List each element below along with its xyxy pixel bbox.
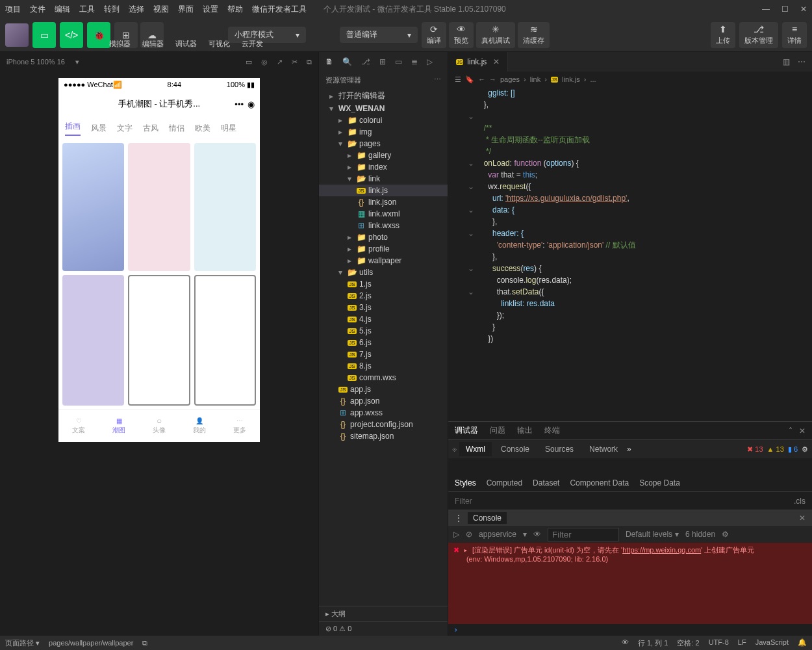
more-tabs-icon[interactable]: »: [627, 445, 631, 454]
box-icon[interactable]: ▭: [395, 57, 402, 66]
bookmark-icon[interactable]: 🔖: [465, 75, 474, 84]
context-select[interactable]: appservice: [479, 530, 516, 539]
details-button[interactable]: ≡详情: [782, 22, 807, 48]
indent[interactable]: 空格: 2: [677, 638, 699, 648]
language[interactable]: JavaScript: [755, 638, 789, 648]
target-icon[interactable]: ◉: [247, 99, 255, 109]
copy-path-icon[interactable]: ⧉: [142, 639, 147, 647]
gear-icon[interactable]: ⚙: [802, 445, 808, 454]
scopedata-tab[interactable]: Scope Data: [639, 478, 680, 488]
file-link-wxss[interactable]: ⊞link.wxss: [319, 220, 448, 231]
section-open-editors[interactable]: ▸打开的编辑器: [319, 89, 448, 103]
menu-view[interactable]: 视图: [153, 4, 169, 15]
minimize-icon[interactable]: —: [762, 5, 770, 14]
file-6js[interactable]: JS6.js: [319, 337, 448, 348]
file-3js[interactable]: JS3.js: [319, 302, 448, 313]
clear-cache-button[interactable]: ≋清缓存: [518, 22, 550, 48]
avatar[interactable]: [5, 23, 29, 47]
panel-close-icon[interactable]: ✕: [799, 426, 806, 436]
tab-star[interactable]: 明星: [221, 123, 236, 134]
hidden-count[interactable]: 6 hidden: [685, 530, 715, 539]
device-label[interactable]: iPhone 5 100% 16: [6, 58, 65, 66]
page-path[interactable]: pages/wallpaper/wallpaper: [49, 639, 133, 647]
folder-pages[interactable]: ▾📂pages: [319, 138, 448, 150]
encoding[interactable]: UTF-8: [709, 638, 729, 648]
nav-chaotu[interactable]: ▦潮图: [112, 417, 125, 435]
file-projectconfig[interactable]: {}project.config.json: [319, 419, 448, 430]
nav-wenan[interactable]: ♡文案: [72, 417, 85, 435]
file-5js[interactable]: JS5.js: [319, 325, 448, 337]
eye-icon[interactable]: 👁: [533, 530, 541, 539]
folder-link[interactable]: ▾📂link: [319, 173, 448, 185]
wallpaper-item[interactable]: [194, 275, 256, 406]
folder-img[interactable]: ▸📁img: [319, 126, 448, 138]
cursor-pos[interactable]: 行 1, 列 1: [638, 638, 668, 648]
tab-debugger[interactable]: 调试器: [455, 425, 478, 436]
more-editor-icon[interactable]: ⋯: [798, 57, 806, 66]
file-link-js[interactable]: JSlink.js: [319, 185, 448, 196]
file-link-wxml[interactable]: ▦link.wxml: [319, 208, 448, 220]
tab-text[interactable]: 文字: [117, 123, 133, 134]
search-icon[interactable]: 🔍: [342, 57, 352, 66]
branch-icon[interactable]: ⎇: [361, 57, 370, 66]
editor-tab-linkjs[interactable]: JS link.js ✕: [448, 52, 508, 72]
version-button[interactable]: ⎇版本管理: [739, 22, 778, 48]
debugger-toggle[interactable]: 🐞: [87, 22, 110, 48]
cls-toggle[interactable]: .cls: [794, 497, 806, 506]
file-commwxs[interactable]: JScomm.wxs: [319, 372, 448, 384]
more-icon[interactable]: ⋯: [434, 75, 441, 85]
simulator-toggle[interactable]: ▭: [32, 22, 56, 48]
folder-gallery[interactable]: ▸📁gallery: [319, 150, 448, 161]
menu-edit[interactable]: 编辑: [55, 4, 70, 15]
file-appjson[interactable]: {}app.json: [319, 395, 448, 407]
folder-utils[interactable]: ▾📂utils: [319, 266, 448, 278]
file-appjs[interactable]: JSapp.js: [319, 384, 448, 395]
file-7js[interactable]: JS7.js: [319, 348, 448, 360]
nav-mine[interactable]: 👤我的: [193, 417, 206, 435]
code-editor[interactable]: ⌄⌄⌄⌄⌄⌄⌄ gglist: [] }, /** * 生命周期函数--监听页面…: [448, 87, 812, 421]
split-icon[interactable]: ▥: [783, 57, 790, 66]
computed-tab[interactable]: Computed: [487, 478, 522, 488]
tab-close-icon[interactable]: ✕: [493, 57, 500, 66]
compile-dropdown[interactable]: 普通编译▾: [340, 27, 418, 43]
preview-button[interactable]: 👁预览: [449, 22, 474, 48]
back-icon[interactable]: ←: [478, 75, 485, 83]
copy-icon[interactable]: ⧉: [307, 58, 312, 66]
menu-project[interactable]: 项目: [5, 4, 21, 15]
menu-file[interactable]: 文件: [30, 4, 45, 15]
nav-avatar[interactable]: ☺头像: [153, 417, 166, 435]
console-drawer-icon[interactable]: ⋮: [455, 514, 463, 523]
eol[interactable]: LF: [738, 638, 746, 648]
ext-icon[interactable]: ⊞: [379, 57, 386, 66]
tab-couple[interactable]: 情侣: [169, 123, 184, 134]
menu-help[interactable]: 帮助: [227, 4, 243, 15]
wallpaper-item[interactable]: [194, 143, 256, 271]
phone-icon[interactable]: ▭: [246, 58, 252, 66]
file-sitemap[interactable]: {}sitemap.json: [319, 430, 448, 442]
wallpaper-item[interactable]: [128, 143, 190, 271]
file-2js[interactable]: JS2.js: [319, 290, 448, 302]
menu-ui[interactable]: 界面: [178, 4, 194, 15]
styles-tab[interactable]: Styles: [455, 478, 476, 488]
console-gear-icon[interactable]: ⚙: [722, 530, 729, 539]
run-icon[interactable]: ▷: [427, 57, 433, 66]
menu-settings[interactable]: 设置: [203, 4, 218, 15]
tab-wxml[interactable]: Wxml: [459, 442, 492, 456]
folder-photo[interactable]: ▸📁photo: [319, 231, 448, 243]
menu-goto[interactable]: 转到: [104, 4, 120, 15]
menu-select[interactable]: 选择: [129, 4, 144, 15]
folder-index[interactable]: ▸📁index: [319, 161, 448, 173]
tab-problems[interactable]: 问题: [490, 425, 505, 436]
folder-colorui[interactable]: ▸📁colorui: [319, 114, 448, 126]
compdata-tab[interactable]: Component Data: [570, 478, 629, 488]
bell-icon[interactable]: 🔔: [798, 638, 807, 648]
chevron-up-icon[interactable]: ˄: [789, 426, 793, 436]
levels-select[interactable]: Default levels ▾: [626, 530, 679, 539]
file-1js[interactable]: JS1.js: [319, 278, 448, 290]
file-4js[interactable]: JS4.js: [319, 313, 448, 325]
cut-icon[interactable]: ✂: [292, 58, 298, 66]
wallpaper-item[interactable]: [128, 275, 190, 406]
warn-badge[interactable]: ▲ 13: [767, 445, 784, 453]
file-8js[interactable]: JS8.js: [319, 360, 448, 372]
tab-terminal[interactable]: 终端: [544, 425, 560, 436]
